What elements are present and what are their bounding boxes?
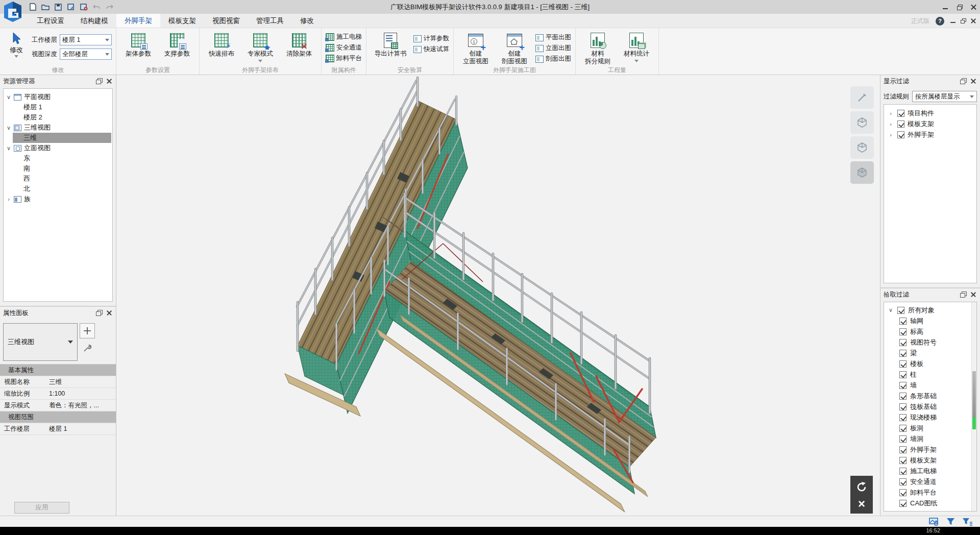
section-drawing-button[interactable]: 剖面出图 [535, 55, 571, 63]
checkbox-checked-icon[interactable] [899, 414, 906, 421]
property-row[interactable]: 基本属性 [0, 364, 116, 376]
float-panel-icon[interactable] [960, 291, 967, 298]
checkbox-checked-icon[interactable] [899, 393, 906, 400]
work-floor-select[interactable]: 楼层 1 [60, 34, 112, 45]
checkbox-checked-icon[interactable] [899, 318, 906, 325]
pick-filter-item[interactable]: CAD图纸 [885, 498, 975, 508]
material-statistics-button[interactable]: 材料统计 [619, 30, 654, 62]
pick-filter-item[interactable]: 筏板基础 [885, 401, 975, 412]
sketch-tool-button[interactable] [850, 86, 874, 109]
ribbon-tab[interactable]: 管理工具 [248, 14, 292, 28]
pick-filter-root[interactable]: ∨ 所有对象 [885, 305, 975, 315]
tree-item[interactable]: 楼层 1 [5, 102, 111, 112]
pick-filter-item[interactable]: 施工电梯 [885, 466, 975, 476]
checkbox-checked-icon[interactable] [899, 435, 906, 443]
calc-params-button[interactable]: 计算参数 [413, 34, 449, 43]
filter-icon[interactable] [946, 518, 955, 526]
property-row[interactable]: 显示模式 着色：有光照，... [0, 400, 116, 411]
close-panel-icon[interactable] [970, 78, 977, 84]
display-filter-item[interactable]: › 项目构件 [885, 108, 975, 118]
tree-item[interactable]: 西 [5, 174, 111, 184]
checkbox-checked-icon[interactable] [897, 307, 904, 314]
tree-expand-icon[interactable]: › [5, 196, 13, 202]
tree-expand-icon[interactable]: ∨ [888, 307, 894, 313]
export-calc-book-button[interactable]: 导出计算书 [371, 30, 410, 58]
tree-expand-icon[interactable]: ∨ [5, 94, 13, 101]
tree-expand-icon[interactable]: › [887, 110, 894, 116]
window-close-icon[interactable] [971, 4, 977, 10]
pick-filter-item[interactable]: 墙 [885, 380, 975, 391]
pick-filter-item[interactable]: 条形基础 [885, 391, 975, 401]
edit-type-button[interactable] [80, 341, 95, 356]
tree-item[interactable]: 三维 [5, 133, 111, 143]
model-viewport[interactable]: × [116, 75, 880, 516]
modify-button[interactable]: 修改 [4, 30, 29, 58]
checkbox-checked-icon[interactable] [899, 382, 906, 389]
pick-filter-item[interactable]: 楼板 [885, 358, 975, 369]
property-row[interactable]: 工作楼层 楼层 1 [0, 423, 116, 435]
property-row[interactable]: 视图范围 [0, 411, 116, 423]
checkbox-checked-icon[interactable] [899, 371, 906, 378]
checkbox-checked-icon[interactable] [899, 328, 906, 335]
pick-filter-item[interactable]: 外脚手架 [885, 444, 975, 455]
checkbox-checked-icon[interactable] [899, 468, 906, 475]
close-panel-icon[interactable] [106, 78, 113, 84]
pick-filter-item[interactable]: 安全通道 [885, 476, 975, 487]
tree-item[interactable]: ∨ 平面视图 [5, 92, 111, 102]
view-type-selector[interactable]: 三维视图 [3, 323, 78, 361]
safety-channel-button[interactable]: 安全通道 [326, 43, 362, 52]
pick-filter-item[interactable]: 现浇楼梯 [885, 412, 975, 423]
checkbox-checked-icon[interactable] [899, 360, 906, 368]
display-filter-item[interactable]: › 模板支架 [885, 118, 975, 129]
create-elevation-view-button[interactable]: 1+ 创建 立面视图 [458, 30, 494, 65]
pick-filter-item[interactable]: 模板支架 [885, 455, 975, 466]
tree-item[interactable]: 南 [5, 163, 111, 174]
checkbox-checked-icon[interactable] [897, 120, 904, 128]
filter-list-icon[interactable] [962, 518, 973, 526]
pick-filter-item[interactable]: 轴网 [885, 315, 975, 326]
tree-item[interactable]: ∨ 立面视图 [5, 143, 111, 153]
elevation-drawing-button[interactable]: 立面出图 [535, 44, 571, 53]
tree-expand-icon[interactable]: ∨ [5, 145, 13, 152]
expert-mode-button[interactable]: 专家模式 [242, 30, 278, 62]
ribbon-tab[interactable]: 工程设置 [29, 14, 72, 28]
support-params-button[interactable]: 支撑参数 [159, 30, 195, 58]
checkbox-checked-icon[interactable] [899, 339, 906, 346]
scrollbar-thumb[interactable] [972, 371, 976, 421]
ribbon-tab[interactable]: 模板支架 [160, 14, 204, 28]
pick-filter-item[interactable]: 柱 [885, 369, 975, 380]
property-row[interactable]: 视图名称 三维 [0, 376, 116, 388]
create-section-view-button[interactable]: + 创建 剖面视图 [497, 30, 532, 65]
pick-filter-item[interactable]: 墙洞 [885, 433, 975, 444]
float-panel-icon[interactable] [960, 78, 967, 84]
reset-view-icon[interactable] [855, 480, 868, 494]
quick-trial-button[interactable]: 快速试算 [413, 45, 449, 54]
tree-item[interactable]: 东 [5, 153, 111, 163]
tree-expand-icon[interactable]: › [887, 121, 894, 127]
tree-item[interactable]: 楼层 2 [5, 112, 111, 123]
doc-restore-icon[interactable] [961, 18, 966, 23]
cube-view-button[interactable] [850, 161, 874, 184]
clear-frame-button[interactable]: ✕ 清除架体 [281, 30, 317, 58]
ribbon-tab[interactable]: 视图视窗 [204, 14, 248, 28]
pick-filter-item[interactable]: 板洞 [885, 423, 975, 433]
material-split-rules-button[interactable]: 材料 拆分规则 [580, 30, 616, 65]
isometric-view-button[interactable] [850, 136, 874, 159]
checkbox-checked-icon[interactable] [899, 478, 906, 485]
doc-minimize-icon[interactable] [950, 18, 955, 23]
unloading-platform-button[interactable]: 卸料平台 [326, 54, 362, 63]
plan-drawing-button[interactable]: 平面出图 [535, 33, 571, 42]
tree-item[interactable]: 北 [5, 184, 111, 194]
tree-item[interactable]: ∨ 三维视图 [5, 123, 111, 133]
float-panel-icon[interactable] [96, 310, 103, 316]
tree-item[interactable]: › 族 [5, 194, 111, 204]
scrollbar[interactable] [971, 302, 976, 511]
checkbox-checked-icon[interactable] [899, 350, 906, 357]
window-restore-icon[interactable] [957, 4, 963, 10]
apply-button[interactable]: 应用 [14, 502, 69, 514]
orbit-view-button[interactable] [850, 111, 874, 134]
construction-elevator-button[interactable]: 施工电梯 [326, 33, 362, 41]
ribbon-tab[interactable]: 结构建模 [72, 14, 116, 28]
display-filter-item[interactable]: › 外脚手架 [885, 129, 975, 140]
frame-params-button[interactable]: 架体参数 [120, 30, 156, 58]
